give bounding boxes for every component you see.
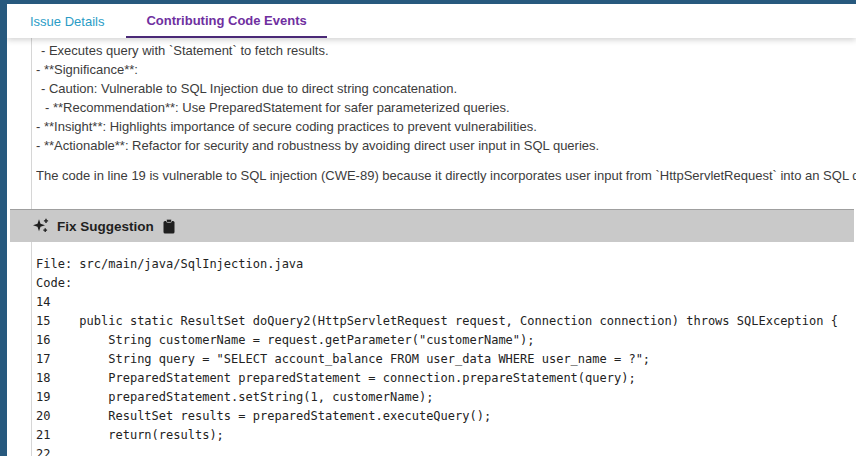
code-line: 19 preparedStatement.setString(1, custom… [36,388,856,407]
code-line: 15 public static ResultSet doQuery2(Http… [36,312,856,331]
description-line: - Caution: Vulnerable to SQL Injection d… [36,79,856,98]
tab-bar: Issue Details Contributing Code Events [7,4,856,38]
window-top-border [0,0,856,4]
code-line: 20 ResultSet results = preparedStatement… [36,407,856,426]
code-line: Code: [36,274,856,293]
fix-suggestion-header: Fix Suggestion [10,209,854,242]
vulnerability-summary: The code in line 19 is vulnerable to SQL… [36,166,856,185]
code-line: File: src/main/java/SqlInjection.java [36,255,856,274]
description-line: - **Insight**: Highlights importance of … [36,117,856,136]
code-line: 22 [36,445,856,456]
contributing-code-events-panel: Issue Details Contributing Code Events -… [0,0,856,456]
code-line: 18 PreparedStatement preparedStatement =… [36,369,856,388]
event-description: - Executes query with `Statement` to fet… [36,41,856,185]
code-line: 21 return(results); [36,426,856,445]
code-line: 17 String query = "SELECT account_balanc… [36,350,856,369]
clipboard-copy-icon[interactable] [163,219,175,234]
description-line: - **Actionable**: Refactor for security … [36,136,856,155]
fix-code-block: File: src/main/java/SqlInjection.java Co… [36,255,856,456]
window-left-border [0,0,7,456]
description-line: - **Significance**: [36,60,856,79]
description-line: - **Recommendation**: Use PreparedStatem… [36,98,856,117]
ai-sparkle-icon [33,218,49,234]
code-line: 14 [36,293,856,312]
code-line: 16 String customerName = request.getPara… [36,331,856,350]
fix-suggestion-title: Fix Suggestion [57,219,154,234]
tab-contributing-code-events[interactable]: Contributing Code Events [126,4,326,38]
description-line: - Executes query with `Statement` to fet… [36,41,856,60]
content-left-rule [31,38,32,456]
tab-issue-details[interactable]: Issue Details [30,4,116,38]
